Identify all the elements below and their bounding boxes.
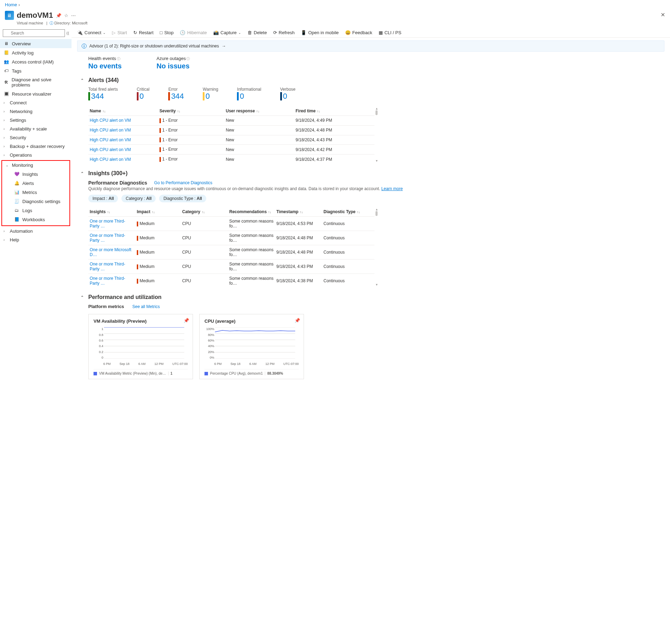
col-category[interactable]: Category (182, 209, 200, 214)
start-button[interactable]: ▷Start (112, 30, 127, 35)
sidebar-item-activity-log[interactable]: 📒Activity log (0, 48, 72, 57)
filter-pill[interactable]: Category : All (121, 195, 156, 202)
stop-button[interactable]: □Stop (160, 30, 174, 35)
pin-icon[interactable]: 📌 (184, 318, 189, 323)
health-events-value[interactable]: No events (88, 62, 122, 70)
pin-icon[interactable]: 📌 (56, 13, 61, 18)
table-row[interactable]: One or more Third-Party … Medium CPUSome… (88, 274, 374, 288)
refresh-button[interactable]: ⟳Refresh (273, 30, 295, 35)
sidebar-item-resource-visualizer[interactable]: 🔳Resource visualizer (0, 89, 72, 98)
col-diagnostic-type[interactable]: Diagnostic Type (323, 209, 356, 214)
sidebar-item-security[interactable]: ›Security (0, 133, 72, 142)
alert-name-link[interactable]: High CPU alert on VM (90, 137, 131, 142)
scroll-thumb[interactable] (375, 110, 378, 115)
delete-button[interactable]: 🗑Delete (247, 30, 267, 35)
insight-link[interactable]: One or more Third-Party … (90, 233, 125, 243)
sidebar-item-operations[interactable]: ›Operations (0, 151, 72, 159)
open-mobile-button[interactable]: 📱Open in mobile (301, 30, 338, 35)
alert-count-warn[interactable]: Warning 0 (203, 87, 218, 101)
sidebar-item-overview[interactable]: 🖥Overview (0, 39, 72, 48)
breadcrumb-home[interactable]: Home (5, 2, 17, 7)
capture-button[interactable]: 📸Capture⌄ (213, 30, 241, 35)
hibernate-button[interactable]: 🕓Hibernate (180, 30, 207, 35)
sort-icon: ↑↓ (202, 210, 205, 214)
col-name[interactable]: Name (90, 108, 101, 113)
table-row[interactable]: High CPU alert on VM 1 - Error New9/18/2… (88, 125, 374, 135)
col-severity[interactable]: Severity (159, 108, 176, 113)
cli-button[interactable]: ▦CLI / PS (379, 30, 401, 35)
col-fired-time[interactable]: Fired time (296, 108, 315, 113)
table-row[interactable]: High CPU alert on VM 1 - Error New9/18/2… (88, 145, 374, 155)
restart-button[interactable]: ↻Restart (133, 30, 154, 35)
table-row[interactable]: One or more Third-Party … Medium CPUSome… (88, 217, 374, 231)
perf-diag-link[interactable]: Go to Performance Diagnostics (154, 180, 213, 185)
advisor-banner[interactable]: i Advisor (1 of 2): Right-size or shutdo… (77, 40, 664, 52)
azure-outages-value[interactable]: No issues (157, 62, 190, 70)
alerts-section-header[interactable]: ⌃ Alerts (344) (81, 77, 662, 83)
table-row[interactable]: High CPU alert on VM 1 - Error New9/18/2… (88, 116, 374, 126)
connect-button[interactable]: 🔌Connect⌄ (77, 30, 106, 35)
insights-section-header[interactable]: ⌃ Insights (300+) (81, 170, 662, 177)
sidebar-item-insights[interactable]: 💜Insights (2, 170, 69, 179)
table-row[interactable]: One or more Third-Party … Medium CPUSome… (88, 260, 374, 274)
table-row[interactable]: One or more Third-Party … Medium CPUSome… (88, 231, 374, 245)
sidebar-item-access-control-iam-[interactable]: 👥Access control (IAM) (0, 57, 72, 66)
alert-count-label: Total fired alerts (88, 87, 118, 92)
feedback-button[interactable]: 😀Feedback (345, 30, 372, 35)
scroll-thumb[interactable] (375, 211, 378, 216)
sidebar-item-networking[interactable]: ›Networking (0, 107, 72, 116)
sidebar-item-diagnose-and-solve-problems[interactable]: 🛠Diagnose and solve problems (0, 75, 72, 89)
table-row[interactable]: High CPU alert on VM 1 - Error New9/18/2… (88, 135, 374, 145)
severity-bar-icon (237, 92, 239, 100)
sidebar-item-tags[interactable]: 🏷Tags (0, 66, 72, 75)
sidebar-item-automation[interactable]: › Automation (0, 227, 72, 235)
alert-count-err[interactable]: Error 344 (168, 87, 184, 101)
insight-link[interactable]: One or more Third-Party … (90, 219, 125, 229)
alert-count-verb[interactable]: Verbose 0 (280, 87, 296, 101)
filter-pill[interactable]: Diagnostic Type : All (159, 195, 206, 202)
sidebar-item-help[interactable]: › Help (0, 235, 72, 244)
favorite-icon[interactable]: ☆ (64, 13, 68, 18)
insight-link[interactable]: One or more Third-Party … (90, 276, 125, 286)
insight-link[interactable]: One or more Microsoft D… (90, 247, 131, 257)
sidebar-item-diagnostic-settings[interactable]: 🧾Diagnostic settings (2, 197, 69, 206)
scrollbar[interactable]: ▴▾ (374, 206, 379, 288)
sidebar-item-connect[interactable]: ›Connect (0, 98, 72, 107)
sidebar-item-monitoring[interactable]: ⌄ Monitoring (2, 161, 69, 170)
alert-name-link[interactable]: High CPU alert on VM (90, 157, 131, 162)
sidebar-item-metrics[interactable]: 📊Metrics (2, 188, 69, 197)
close-icon[interactable]: ✕ (661, 12, 665, 18)
filter-pill[interactable]: Impact : All (88, 195, 118, 202)
alert-count-total[interactable]: Total fired alerts 344 (88, 87, 118, 101)
table-row[interactable]: One or more Microsoft D… Medium CPUSome … (88, 245, 374, 260)
nav-icon: 💜 (14, 171, 20, 177)
col-user-response[interactable]: User response (226, 108, 255, 113)
chart-area[interactable]: 100%80%60%40%20%0% 6 PMSep 186 AM12 PMUT… (204, 327, 299, 366)
see-all-metrics-link[interactable]: See all Metrics (132, 304, 160, 309)
alert-count-crit[interactable]: Critical 0 (137, 87, 150, 101)
sidebar-item-alerts[interactable]: 🔔Alerts (2, 179, 69, 188)
col-recommendations[interactable]: Recommendations (229, 209, 267, 214)
expand-icon[interactable]: ⟨⟨ (66, 31, 69, 36)
col-timestamp[interactable]: Timestamp (276, 209, 298, 214)
chart-area[interactable]: 10.80.60.40.20 6 PMSep 186 AM12 PMUTC-07… (94, 327, 188, 366)
pin-icon[interactable]: 📌 (295, 318, 300, 323)
scrollbar[interactable]: ▴▾ (374, 105, 379, 164)
sidebar-item-settings[interactable]: ›Settings (0, 116, 72, 125)
alert-count-info[interactable]: Informational 0 (237, 87, 261, 101)
sidebar-item-availability-scale[interactable]: ›Availability + scale (0, 125, 72, 133)
col-impact[interactable]: Impact (137, 209, 150, 214)
alert-name-link[interactable]: High CPU alert on VM (90, 118, 131, 123)
sidebar-item-backup-disaster-recovery[interactable]: ›Backup + disaster recovery (0, 142, 72, 151)
alert-name-link[interactable]: High CPU alert on VM (90, 128, 131, 133)
insight-link[interactable]: One or more Third-Party … (90, 262, 125, 271)
learn-more-link[interactable]: Learn more (381, 186, 403, 191)
sidebar-item-workbooks[interactable]: 📘Workbooks (2, 215, 69, 224)
search-input[interactable] (3, 29, 65, 37)
table-row[interactable]: High CPU alert on VM 1 - Error New9/18/2… (88, 155, 374, 164)
alert-name-link[interactable]: High CPU alert on VM (90, 147, 131, 152)
col-insights[interactable]: Insights (90, 209, 106, 214)
more-icon[interactable]: ⋯ (71, 13, 76, 18)
sidebar-item-logs[interactable]: 🗂Logs (2, 206, 69, 215)
perf-section-header[interactable]: ⌃ Performance and utilization (81, 294, 662, 300)
